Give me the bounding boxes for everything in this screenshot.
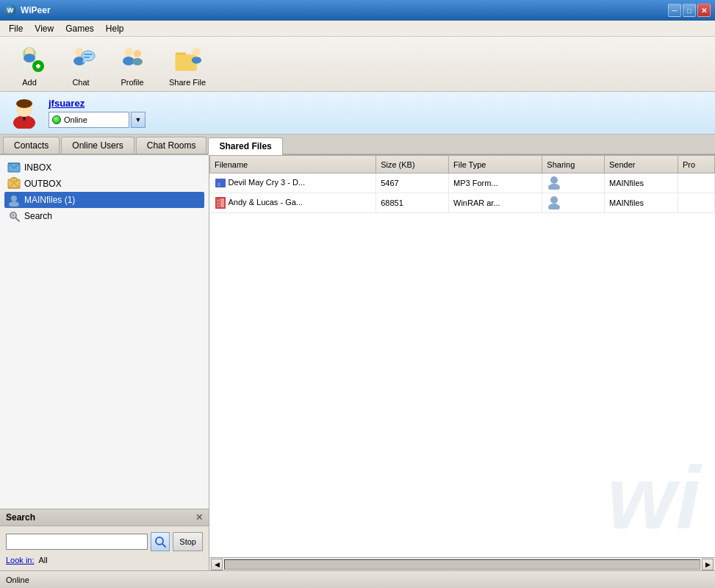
add-button[interactable]: Add: [7, 42, 51, 87]
col-pro[interactable]: Pro: [678, 156, 714, 173]
minimize-button[interactable]: ─: [668, 4, 681, 17]
mainfiles-label: MAINfiles (1): [24, 195, 75, 205]
search-go-button[interactable]: [151, 532, 170, 551]
user-info: jfsuarez Online ▼: [48, 98, 145, 128]
status-dropdown: Online ▼: [48, 112, 145, 128]
search-header: Search ✕: [0, 509, 209, 526]
window-title: WiPeer: [21, 5, 51, 15]
tab-contacts[interactable]: Contacts: [3, 137, 60, 154]
svg-text:♫: ♫: [217, 182, 220, 187]
file-tree: INBOX OUTBOX: [0, 155, 209, 509]
status-text: Online: [64, 115, 87, 124]
cell-sharing: [542, 173, 605, 193]
profile-label: Profile: [121, 78, 143, 87]
svg-rect-47: [218, 204, 219, 206]
tab-online-users[interactable]: Online Users: [61, 137, 134, 154]
svg-point-35: [12, 214, 15, 217]
maximize-button[interactable]: □: [683, 4, 696, 17]
rar-icon: [215, 197, 226, 209]
menu-games[interactable]: Games: [60, 22, 100, 35]
scroll-left-arrow[interactable]: ◀: [211, 559, 223, 570]
cell-filetype: MP3 Form...: [449, 173, 542, 193]
col-filetype[interactable]: File Type: [449, 156, 542, 173]
svg-rect-46: [218, 201, 219, 203]
menu-help[interactable]: Help: [100, 22, 130, 35]
title-bar: W WiPeer ─ □ ✕: [0, 0, 715, 21]
profile-button[interactable]: Profile: [110, 42, 154, 87]
search-section: Search ✕ Stop Look in: All: [0, 509, 209, 570]
chat-button[interactable]: Chat: [59, 42, 103, 87]
status-dot: [52, 115, 61, 124]
menu-view[interactable]: View: [29, 22, 60, 35]
chat-icon: [66, 44, 96, 74]
status-dropdown-arrow[interactable]: ▼: [131, 112, 145, 128]
status-text: Online: [6, 576, 29, 584]
horizontal-scrollbar[interactable]: ◀ ▶: [209, 557, 715, 570]
svg-rect-45: [218, 198, 219, 200]
tree-item-inbox[interactable]: INBOX: [4, 159, 204, 176]
col-sharing[interactable]: Sharing: [542, 156, 605, 173]
table-row[interactable]: ♫ Devil May Cry 3 - D...5467MP3 Form... …: [210, 173, 715, 193]
status-select[interactable]: Online: [48, 112, 129, 128]
search-go-icon: [154, 535, 167, 548]
tab-chat-rooms[interactable]: Chat Rooms: [136, 137, 207, 154]
svg-point-42: [548, 184, 560, 190]
right-panel: wi Filename Size (KB) File Type Sharing …: [209, 155, 715, 570]
svg-rect-6: [37, 64, 40, 68]
svg-rect-48: [220, 198, 224, 207]
user-avatar: [9, 98, 40, 129]
svg-point-13: [124, 48, 133, 57]
cell-sender: MAINfiles: [605, 173, 678, 193]
svg-rect-12: [84, 57, 90, 58]
file-table: Filename Size (KB) File Type Sharing Sen…: [209, 155, 715, 557]
add-icon: [15, 44, 44, 74]
sharefile-icon-wrap: [170, 42, 204, 76]
close-button[interactable]: ✕: [697, 4, 711, 17]
menu-bar: File View Games Help: [0, 21, 715, 37]
col-filename[interactable]: Filename: [210, 156, 376, 173]
svg-point-16: [132, 58, 143, 65]
tab-shared-files[interactable]: Shared Files: [208, 137, 282, 155]
sharefile-label: Share File: [169, 78, 206, 87]
svg-point-50: [548, 204, 560, 209]
svg-point-33: [9, 201, 19, 207]
menu-file[interactable]: File: [3, 22, 29, 35]
tree-item-search[interactable]: Search: [4, 208, 204, 224]
svg-point-41: [550, 176, 558, 184]
look-in-row: Look in: All: [6, 556, 203, 564]
svg-line-38: [162, 544, 165, 547]
svg-point-3: [24, 54, 35, 62]
svg-rect-11: [84, 54, 93, 55]
tree-item-outbox[interactable]: OUTBOX: [4, 176, 204, 192]
cell-sender: MAINfiles: [605, 193, 678, 213]
sharefile-icon: [171, 44, 204, 74]
scroll-track[interactable]: [224, 559, 700, 570]
sharefile-button[interactable]: Share File: [162, 42, 213, 87]
left-panel: INBOX OUTBOX: [0, 155, 209, 570]
add-label: Add: [22, 78, 37, 87]
tabs-bar: Contacts Online Users Chat Rooms Shared …: [0, 135, 715, 155]
outbox-icon: [7, 177, 21, 190]
search-close-button[interactable]: ✕: [195, 512, 203, 523]
col-size[interactable]: Size (KB): [376, 156, 449, 173]
stop-button[interactable]: Stop: [173, 532, 203, 551]
look-in-value: All: [39, 556, 48, 564]
cell-size: 68851: [376, 193, 449, 213]
search-body: Stop Look in: All: [0, 526, 209, 570]
cell-filename: ♫ Devil May Cry 3 - D...: [210, 173, 376, 193]
tree-item-mainfiles[interactable]: MAINfiles (1): [4, 192, 204, 208]
look-in-link[interactable]: Look in:: [6, 556, 35, 564]
title-bar-left: W WiPeer: [4, 4, 51, 16]
user-area: jfsuarez Online ▼: [0, 92, 715, 135]
add-icon-wrap: [12, 42, 46, 76]
profile-icon-wrap: [115, 42, 149, 76]
cell-pro: [678, 193, 714, 213]
cell-size: 5467: [376, 173, 449, 193]
col-sender[interactable]: Sender: [605, 156, 678, 173]
table-row[interactable]: Andy & Lucas - Ga...68851WinRAR ar... MA…: [210, 193, 715, 213]
scroll-right-arrow[interactable]: ▶: [702, 559, 714, 570]
search-input[interactable]: [6, 534, 148, 550]
toolbar: Add Chat: [0, 37, 715, 92]
username[interactable]: jfsuarez: [48, 98, 145, 109]
profile-icon: [118, 44, 147, 74]
